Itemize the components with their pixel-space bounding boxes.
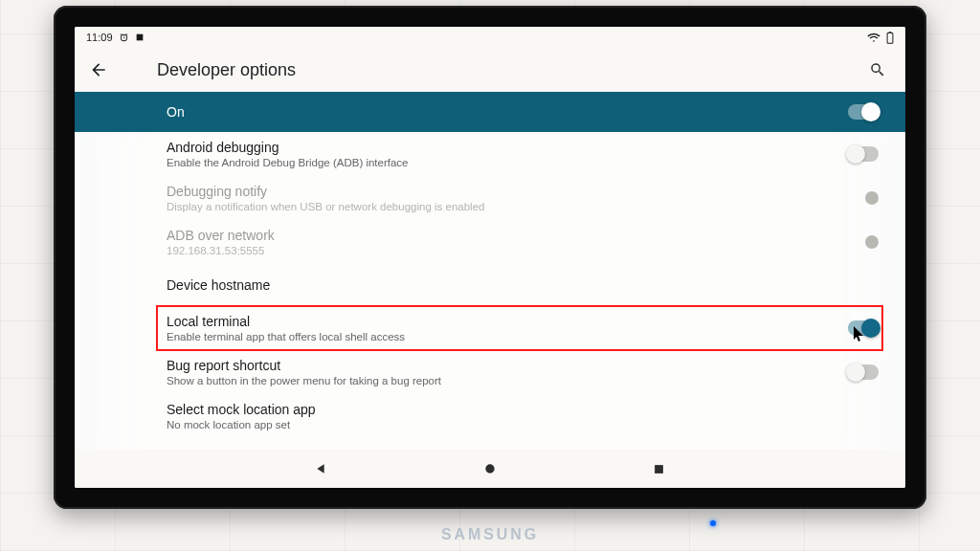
- setting-texts: ADB over network192.168.31.53:5555: [167, 228, 865, 256]
- triangle-back-icon: [314, 461, 329, 476]
- setting-title: Debugging notify: [167, 184, 865, 199]
- setting-texts: Bug report shortcutShow a button in the …: [167, 358, 848, 386]
- appbar: Developer options: [75, 48, 905, 92]
- toggle-bug_report_shortcut[interactable]: [848, 364, 879, 380]
- setting-title: Bug report shortcut: [167, 358, 848, 373]
- tv-frame: 11:09: [54, 6, 926, 509]
- setting-texts: Device hostname: [167, 277, 879, 293]
- setting-title: Device hostname: [167, 277, 879, 293]
- setting-row-device_hostname[interactable]: Device hostname: [167, 264, 879, 306]
- nav-recents-button[interactable]: [641, 452, 676, 486]
- setting-subtitle: 192.168.31.53:5555: [167, 245, 865, 256]
- search-button[interactable]: [858, 50, 898, 90]
- setting-title: ADB over network: [167, 228, 865, 243]
- square-recents-icon: [652, 462, 666, 476]
- battery-icon: [886, 32, 894, 44]
- toggle-android_debugging[interactable]: [848, 146, 879, 162]
- setting-subtitle: Enable the Android Debug Bridge (ADB) in…: [167, 157, 848, 168]
- setting-row-debugging_notify[interactable]: Debugging notifyDisplay a notification w…: [167, 176, 879, 220]
- page-title: Developer options: [119, 60, 858, 80]
- circle-home-icon: [482, 461, 498, 476]
- setting-row-android_debugging[interactable]: Android debuggingEnable the Android Debu…: [167, 132, 879, 176]
- setting-row-select_mock_location[interactable]: Select mock location appNo mock location…: [167, 394, 879, 438]
- setting-subtitle: Enable terminal app that offers local sh…: [167, 331, 848, 342]
- master-toggle-row[interactable]: On: [75, 92, 905, 132]
- setting-row-bug_report_shortcut[interactable]: Bug report shortcutShow a button in the …: [167, 350, 879, 394]
- disabled-control-adb_over_network: [865, 235, 879, 249]
- setting-subtitle: Display a notification when USB or netwo…: [167, 201, 865, 212]
- nav-back-button[interactable]: [304, 452, 339, 486]
- master-toggle-label: On: [167, 104, 185, 120]
- svg-rect-0: [136, 34, 143, 41]
- back-arrow-icon: [89, 60, 108, 79]
- navigation-bar: [75, 450, 905, 488]
- setting-texts: Android debuggingEnable the Android Debu…: [167, 140, 848, 168]
- setting-subtitle: Show a button in the power menu for taki…: [167, 375, 848, 386]
- disabled-control-debugging_notify: [865, 191, 879, 205]
- svg-rect-2: [655, 465, 663, 474]
- setting-subtitle: No mock location app set: [167, 419, 879, 430]
- settings-list: Android debuggingEnable the Android Debu…: [75, 132, 905, 438]
- wifi-icon: [867, 33, 880, 43]
- nav-home-button[interactable]: [473, 452, 507, 486]
- setting-texts: Select mock location appNo mock location…: [167, 402, 879, 430]
- master-toggle-switch[interactable]: [848, 104, 879, 120]
- alarm-icon: [119, 33, 129, 43]
- tv-brand-label: SAMSUNG: [54, 526, 926, 543]
- setting-title: Local terminal: [167, 314, 848, 329]
- search-icon: [869, 61, 886, 78]
- setting-row-adb_over_network[interactable]: ADB over network192.168.31.53:5555: [167, 220, 879, 264]
- setting-title: Select mock location app: [167, 402, 879, 417]
- svg-point-1: [485, 464, 494, 473]
- statusbar: 11:09: [75, 27, 905, 48]
- statusbar-time: 11:09: [86, 33, 113, 43]
- scene-backdrop: 11:09: [0, 0, 980, 551]
- setting-title: Android debugging: [167, 140, 848, 155]
- setting-texts: Debugging notifyDisplay a notification w…: [167, 184, 865, 212]
- back-button[interactable]: [78, 50, 119, 90]
- setting-texts: Local terminalEnable terminal app that o…: [167, 314, 848, 342]
- setting-row-local_terminal[interactable]: Local terminalEnable terminal app that o…: [157, 306, 882, 350]
- toggle-local_terminal[interactable]: [848, 320, 879, 336]
- notif-icon: [135, 33, 145, 42]
- screen-viewport: 11:09: [75, 27, 905, 488]
